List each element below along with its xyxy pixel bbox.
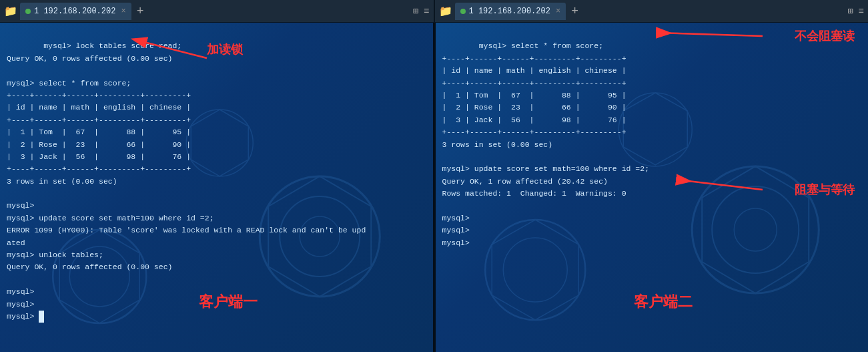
- right-line-2: +----+------+------+---------+---------+: [442, 54, 626, 63]
- right-top-icons: ⊞ ≡: [847, 5, 864, 17]
- left-line-1: mysql> lock tables score read;: [43, 41, 181, 50]
- left-line-12: 3 rows in set (0.00 sec): [7, 177, 117, 186]
- left-line-7: +----+------+------+---------+---------+: [7, 116, 191, 124]
- left-top-icons: ⊞ ≡: [413, 5, 430, 17]
- main-content: mysql> lock tables score read; Query OK,…: [0, 23, 868, 352]
- left-line-23: mysql>: [7, 312, 44, 321]
- right-client-label: 客户端二: [634, 292, 693, 312]
- left-grid-icon[interactable]: ⊞: [413, 5, 418, 17]
- left-tab-dot: [25, 9, 31, 14]
- right-block-label: 阻塞与等待: [795, 182, 855, 198]
- right-terminal-content[interactable]: mysql> select * from score; +----+------…: [436, 23, 869, 267]
- right-line-5: | 1 | Tom | 67 | 88 | 95 |: [442, 91, 626, 100]
- left-line-10: | 3 | Jack | 56 | 98 | 76 |: [7, 152, 191, 161]
- left-line-22: mysql>: [7, 300, 34, 309]
- left-line-4: mysql> select * from score;: [7, 79, 131, 87]
- right-grid-icon[interactable]: ⊞: [847, 5, 853, 17]
- right-topbar: 📁 1 192.168.200.202 × + ⊞ ≡: [435, 0, 869, 22]
- left-line-19: Query OK, 0 rows affected (0.00 sec): [7, 262, 172, 271]
- left-line-2: Query OK, 0 rows affected (0.00 sec): [7, 54, 172, 63]
- right-line-9: 3 rows in set (0.00 sec): [442, 140, 553, 149]
- left-line-8: | 1 | Tom | 67 | 88 | 95 |: [7, 128, 191, 136]
- left-menu-icon[interactable]: ≡: [424, 6, 429, 17]
- left-line-17: ated: [7, 238, 25, 247]
- right-line-11: mysql> update score set math=100 where i…: [442, 164, 650, 173]
- left-lock-label: 加读锁: [207, 41, 243, 57]
- right-line-3: | id | name | math | english | chinese |: [442, 66, 626, 75]
- left-tab-plus[interactable]: +: [137, 5, 144, 18]
- right-line-15: mysql>: [442, 214, 470, 222]
- right-line-17: mysql>: [442, 238, 470, 247]
- right-line-13: Rows matched: 1 Changed: 1 Warnings: 0: [442, 189, 626, 198]
- right-line-6: | 2 | Rose | 23 | 66 | 90 |: [442, 103, 626, 112]
- left-tab-active[interactable]: 1 192.168.200.202 ×: [20, 3, 131, 20]
- right-read-label: 不会阻塞读: [795, 28, 855, 44]
- right-folder-icon[interactable]: 📁: [439, 5, 452, 18]
- right-line-16: mysql>: [442, 226, 470, 234]
- top-bar: 📁 1 192.168.200.202 × + ⊞ ≡ 📁 1 192.168.…: [0, 0, 868, 23]
- left-tab-close[interactable]: ×: [121, 7, 125, 16]
- left-line-6: | id | name | math | english | chinese |: [7, 103, 191, 112]
- right-tab-dot: [460, 9, 466, 14]
- left-line-14: mysql>: [7, 201, 34, 210]
- left-client-label: 客户端一: [199, 292, 258, 312]
- right-line-7: | 3 | Jack | 56 | 98 | 76 |: [442, 116, 626, 124]
- app-container: 📁 1 192.168.200.202 × + ⊞ ≡ 📁 1 192.168.…: [0, 0, 868, 352]
- left-line-9: | 2 | Rose | 23 | 66 | 90 |: [7, 140, 191, 149]
- right-line-12: Query OK, 1 row affected (20.42 sec): [442, 177, 608, 186]
- right-menu-icon[interactable]: ≡: [859, 6, 864, 17]
- left-line-18: mysql> unlock tables;: [7, 250, 103, 259]
- right-line-8: +----+------+------+---------+---------+: [442, 128, 626, 136]
- left-folder-icon[interactable]: 📁: [4, 5, 17, 18]
- left-tab-label: 1 192.168.200.202: [34, 7, 115, 16]
- left-line-15: mysql> update score set math=100 where i…: [7, 214, 214, 222]
- right-line-1: mysql> select * from score;: [479, 41, 603, 50]
- left-line-11: +----+------+------+---------+---------+: [7, 164, 191, 173]
- right-tab-active[interactable]: 1 192.168.200.202 ×: [455, 3, 566, 20]
- left-terminal-pane: mysql> lock tables score read; Query OK,…: [0, 23, 433, 352]
- right-tab-label: 1 192.168.200.202: [469, 7, 550, 16]
- left-line-21: mysql>: [7, 287, 34, 296]
- right-tab-plus[interactable]: +: [571, 5, 578, 18]
- left-line-5: +----+------+------+---------+---------+: [7, 91, 191, 100]
- right-line-4: +----+------+------+---------+---------+: [442, 79, 626, 87]
- left-line-16: ERROR 1099 (HY000): Table 'score' was lo…: [7, 226, 366, 234]
- right-terminal-pane: mysql> select * from score; +----+------…: [436, 23, 869, 352]
- left-topbar: 📁 1 192.168.200.202 × + ⊞ ≡: [0, 0, 435, 22]
- right-tab-close[interactable]: ×: [556, 7, 560, 16]
